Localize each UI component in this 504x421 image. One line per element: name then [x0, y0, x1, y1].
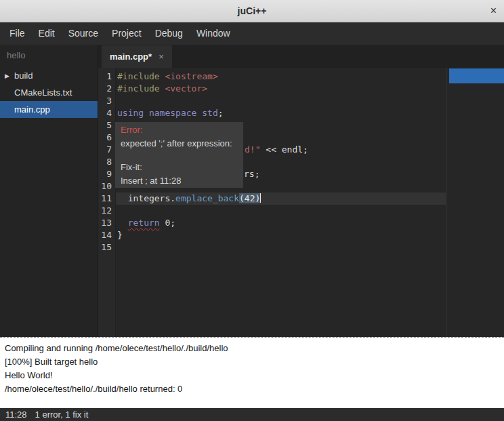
- tree-item-build[interactable]: ▶build: [0, 67, 98, 84]
- tree-item-label: main.cpp: [14, 104, 50, 115]
- menu-source[interactable]: Source: [62, 22, 105, 45]
- code-line-15[interactable]: 15: [98, 241, 504, 254]
- menubar: FileEditSourceProjectDebugWindow: [0, 22, 504, 45]
- tree-item-label: CMakeLists.txt: [14, 87, 72, 98]
- line-number: 9: [98, 168, 112, 180]
- tab-close-icon[interactable]: ×: [159, 52, 164, 62]
- statusbar: 11:28 1 error, 1 fix it: [0, 408, 504, 421]
- line-number: 13: [98, 217, 112, 229]
- sidebar: hello ▶buildCMakeLists.txtmain.cpp: [0, 45, 98, 337]
- tab-main-cpp[interactable]: main.cpp* ×: [102, 45, 172, 68]
- window-title: juCi++: [238, 5, 267, 16]
- code-text: }: [117, 230, 123, 240]
- code-editor[interactable]: 1#include <iostream>2#include <vector>34…: [98, 68, 504, 337]
- code-text: #include <iostream>: [117, 71, 218, 81]
- code-text: using namespace std;: [117, 108, 224, 118]
- menu-edit[interactable]: Edit: [32, 22, 62, 45]
- line-number: 1: [98, 71, 112, 83]
- project-name: hello: [0, 45, 98, 67]
- line-number: 10: [98, 180, 112, 193]
- file-tree: ▶buildCMakeLists.txtmain.cpp: [0, 67, 98, 118]
- text-caret: [260, 193, 261, 203]
- line-number: 6: [98, 132, 112, 144]
- tabbar: main.cpp* ×: [98, 45, 504, 68]
- tooltip-error-text: expected ';' after expression:: [121, 137, 238, 151]
- editor-region: main.cpp* × 1#include <iostream>2#includ…: [98, 45, 504, 337]
- expander-icon[interactable]: ▶: [5, 73, 14, 79]
- output-line: /home/olece/test/hello/./build/hello ret…: [5, 382, 499, 396]
- menu-project[interactable]: Project: [105, 22, 148, 45]
- output-panel[interactable]: Compiling and running /home/olece/test/h…: [0, 337, 504, 408]
- output-line: Hello World!: [5, 369, 499, 382]
- line-number: 2: [98, 83, 112, 95]
- code-line-12[interactable]: 12: [98, 205, 504, 217]
- code-text: return 0;: [117, 218, 175, 228]
- line-number: 12: [98, 205, 112, 217]
- close-icon[interactable]: ×: [490, 4, 497, 18]
- output-line: [100%] Built target hello: [5, 355, 499, 369]
- code-text: integers.emplace_back(42): [117, 193, 261, 203]
- menu-window[interactable]: Window: [190, 22, 237, 45]
- code-line-13[interactable]: 13 return 0;: [98, 217, 504, 229]
- line-number: 15: [98, 241, 112, 254]
- cursor-position: 11:28: [5, 409, 27, 420]
- line-number: 14: [98, 229, 112, 241]
- tree-item-label: build: [14, 71, 33, 81]
- tree-item-main-cpp[interactable]: main.cpp: [0, 101, 98, 118]
- code-line-14[interactable]: 14}: [98, 229, 504, 241]
- code-line-11[interactable]: 11 integers.emplace_back(42): [98, 193, 504, 205]
- line-number: 7: [98, 144, 112, 156]
- tooltip-fixit-text: Insert ; at 11:28: [121, 174, 238, 188]
- output-line: Compiling and running /home/olece/test/h…: [5, 342, 499, 355]
- line-number: 8: [98, 156, 112, 168]
- menu-debug[interactable]: Debug: [148, 22, 190, 45]
- tree-item-cmakelists-txt[interactable]: CMakeLists.txt: [0, 84, 98, 101]
- code-line-1[interactable]: 1#include <iostream>: [98, 71, 504, 83]
- tab-label: main.cpp*: [110, 52, 152, 62]
- line-number: 4: [98, 107, 112, 119]
- diagnostics-summary[interactable]: 1 error, 1 fix it: [35, 409, 89, 420]
- menu-file[interactable]: File: [3, 22, 32, 45]
- code-text: #include <vector>: [117, 83, 207, 94]
- diagnostic-tooltip: Error: expected ';' after expression: Fi…: [115, 122, 243, 188]
- line-number: 5: [98, 119, 112, 132]
- line-number: 3: [98, 95, 112, 107]
- titlebar: juCi++ ×: [0, 0, 504, 22]
- tooltip-fixit-label: Fix-it:: [121, 161, 238, 174]
- code-line-3[interactable]: 3: [98, 95, 504, 107]
- code-line-4[interactable]: 4using namespace std;: [98, 107, 504, 119]
- code-line-2[interactable]: 2#include <vector>: [98, 83, 504, 95]
- line-number: 11: [98, 193, 112, 205]
- tooltip-error-label: Error:: [121, 123, 238, 137]
